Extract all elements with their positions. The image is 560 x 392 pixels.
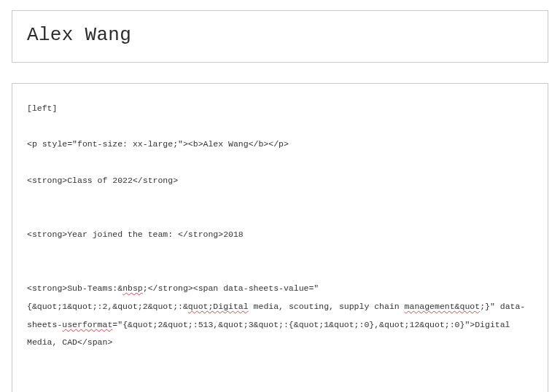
raw-line-left: [left] (27, 103, 57, 113)
raw-line-year: <strong>Year joined the team: </strong>2… (27, 230, 244, 239)
raw-line-name: <p style="font-size: xx-large;"><b>Alex … (27, 139, 289, 149)
squiggle-management: management&quot (405, 302, 481, 311)
page-title: Alex Wang (27, 24, 533, 46)
raw-line-class: <strong>Class of 2022</strong> (27, 176, 178, 185)
title-card: Alex Wang (12, 10, 548, 63)
raw-subteams-c: media, scouting, supply chain (249, 302, 405, 311)
squiggle-userformat-1: userformat (62, 320, 112, 329)
raw-subteams-a: <strong>Sub-Teams:& (27, 283, 122, 293)
raw-html-content: [left] <p style="font-size: xx-large;"><… (12, 83, 548, 392)
squiggle-nbsp: nbsp (122, 283, 143, 293)
squiggle-quot-digital: quot;Digital (188, 302, 249, 311)
